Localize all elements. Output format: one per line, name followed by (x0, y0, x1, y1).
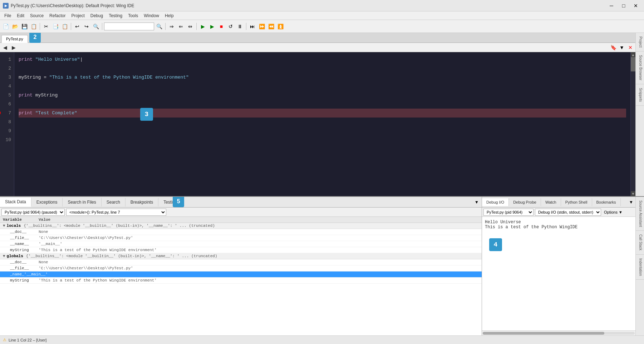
code-content[interactable]: print "Hello Universe"| myString = "This… (14, 52, 630, 196)
step-fin-button[interactable]: ⏫ (276, 22, 285, 31)
restart-button[interactable]: ↺ (226, 22, 235, 31)
right-tab-source-assistant[interactable]: Source Assistant (636, 197, 644, 231)
cut-button[interactable]: ✂ (42, 22, 50, 31)
nav-forward-button[interactable]: ▶ (10, 44, 17, 51)
debug-io-dropdown[interactable]: Debug I/O (stdin, stdout, stderr) (535, 209, 601, 216)
pause-button[interactable]: ⏸ (236, 22, 244, 31)
new-file-button[interactable]: 📄 (1, 22, 10, 31)
global-file-row: __file__ 'C:\\Users\\Chester\\Desktop\\P… (0, 265, 482, 271)
maximize-button[interactable]: □ (618, 2, 629, 9)
var-header-row: Variable Value (0, 217, 482, 223)
close-editor-button[interactable]: ✕ (627, 44, 634, 51)
bottom-tab-exceptions[interactable]: Exceptions (31, 198, 63, 206)
nav-back-button[interactable]: ◀ (1, 44, 9, 51)
menu-project[interactable]: Project (68, 13, 87, 19)
menu-source[interactable]: Source (27, 13, 46, 19)
options-label[interactable]: Options ▼ (604, 210, 623, 214)
redo-button[interactable]: ↪ (82, 22, 91, 31)
bottom-tab-search[interactable]: Search (102, 198, 126, 206)
window-controls: ─ □ ✕ (606, 2, 641, 9)
step-over-button[interactable]: ⇔ (186, 22, 195, 31)
locals-section-header[interactable]: ▼ locals {'__builtins__': <module '__bui… (0, 223, 482, 229)
debug-hscrollbar[interactable] (482, 330, 635, 335)
stop-button[interactable]: ■ (217, 22, 226, 31)
local-name-value: '__main__' (39, 242, 479, 246)
code-line-5: print myString (19, 91, 626, 100)
paste-button[interactable]: 📋 (60, 22, 69, 31)
editor-tab-pytest[interactable]: PyTest.py (1, 35, 28, 43)
debug-tab-bookmarks[interactable]: Bookmarks (592, 198, 621, 206)
step-out-button[interactable]: ⇐ (177, 22, 185, 31)
menu-tools[interactable]: Tools (125, 13, 141, 19)
save-button[interactable]: 💾 (20, 22, 29, 31)
bottom-tab-stack-data[interactable]: Stack Data (0, 198, 31, 207)
tutorial-badge-5: 5 (173, 197, 184, 207)
bottom-tab-breakpoints[interactable]: Breakpoints (126, 198, 158, 206)
find-button[interactable]: 🔍 (92, 22, 100, 31)
expand-icon[interactable]: ▼ (618, 44, 625, 51)
bottom-tab-search-in-files[interactable]: Search in Files (63, 198, 101, 206)
toolbar-search-input[interactable] (104, 23, 154, 30)
debug-output-line-2: This is a test of the Python WingIDE (485, 225, 633, 230)
bottom-tab-testing[interactable]: Testing 5 (158, 198, 182, 206)
local-file-row: __file__ 'C:\\Users\\Chester\\Desktop\\P… (0, 235, 482, 241)
menu-testing[interactable]: Testing (106, 13, 125, 19)
scrollbar-thumb-v[interactable] (631, 57, 635, 71)
open-file-button[interactable]: 📂 (11, 22, 19, 31)
bookmark-icon[interactable]: 🔖 (610, 44, 617, 51)
bottom-tab-overflow-btn[interactable]: ▼ (472, 200, 482, 205)
scrollbar-down-btn[interactable]: ▼ (631, 191, 635, 196)
search-go-button[interactable]: 🔍 (155, 22, 163, 31)
copy-button[interactable]: 📑 (51, 22, 60, 31)
global-doc-name: __doc__ (3, 260, 39, 264)
debug-tab-probe[interactable]: Debug Probe (509, 198, 541, 206)
editor-tab-label: PyTest.py (6, 37, 23, 41)
scrollbar-up-btn[interactable]: ▲ (631, 52, 635, 57)
step-into-button[interactable]: ⇒ (167, 22, 176, 31)
debug-tab-bar: Debug I/O Debug Probe Watch Python Shell… (482, 197, 635, 208)
toolbar-separator-1 (40, 23, 40, 30)
debug-process-dropdown[interactable]: PyTest.py (pid 9064) (483, 209, 534, 216)
line-num-8: 8 (3, 118, 11, 126)
continue-button[interactable]: ⏭ (248, 22, 257, 31)
right-tab-indentation[interactable]: Indentation (636, 255, 644, 280)
menu-refactor[interactable]: Refactor (46, 13, 68, 19)
line-num-10: 10 (3, 135, 11, 144)
sidebar-tab-snippets[interactable]: Snippets (636, 84, 644, 106)
close-button[interactable]: ✕ (630, 2, 641, 9)
globals-section-header[interactable]: ▼ globals {'__builtins__': <module '__bu… (0, 253, 482, 259)
scrollbar-thumb-h[interactable] (483, 332, 604, 335)
debug-button[interactable]: ▶ (208, 22, 216, 31)
menu-edit[interactable]: Edit (14, 13, 27, 19)
editor-vscrollbar[interactable]: ▲ ▼ (630, 52, 635, 196)
right-tab-call-stack[interactable]: Call Stack (636, 231, 644, 254)
debug-tab-overflow-btn[interactable]: ▼ (627, 200, 635, 205)
menu-file[interactable]: File (1, 13, 14, 19)
editor-header-icons: 🔖 ▼ ✕ (610, 44, 634, 51)
menu-debug[interactable]: Debug (88, 13, 106, 19)
scrollbar-track-h (483, 332, 635, 335)
sidebar-tab-source-browser[interactable]: Source Browser (636, 51, 644, 84)
location-dropdown[interactable]: <module>(): PyTest.py, line 7 (66, 209, 166, 216)
save-all-button[interactable]: 📋 (29, 22, 38, 31)
debug-tab-watch[interactable]: Watch (541, 198, 561, 206)
menu-window[interactable]: Window (141, 13, 162, 19)
global-name-main-row[interactable]: _name_'__main__' (0, 271, 482, 278)
local-file-name: __file__ (3, 236, 39, 240)
debug-tab-io[interactable]: Debug I/O (482, 198, 509, 206)
variables-panel: Variable Value ▼ locals {'__builtins__':… (0, 217, 482, 335)
minimize-button[interactable]: ─ (606, 2, 617, 9)
global-doc-row: __doc__ None (0, 259, 482, 265)
local-file-value: 'C:\\Users\\Chester\\Desktop\\PyTest.py' (39, 236, 479, 240)
step-next-button[interactable]: ⏩ (257, 22, 266, 31)
menu-help[interactable]: Help (162, 13, 177, 19)
sidebar-tab-project[interactable]: Project (636, 33, 644, 51)
breakpoint-dot (0, 111, 1, 115)
process-dropdown[interactable]: PyTest.py (pid 9064) (paused) (1, 209, 65, 216)
global-doc-value: None (39, 260, 479, 264)
debug-tab-python-shell[interactable]: Python Shell (561, 198, 592, 206)
undo-button[interactable]: ↩ (73, 22, 82, 31)
step-prev-button[interactable]: ⏪ (267, 22, 275, 31)
run-button[interactable]: ▶ (198, 22, 207, 31)
editor-inner-toolbar: ◀ ▶ 🔖 ▼ ✕ (0, 43, 635, 52)
